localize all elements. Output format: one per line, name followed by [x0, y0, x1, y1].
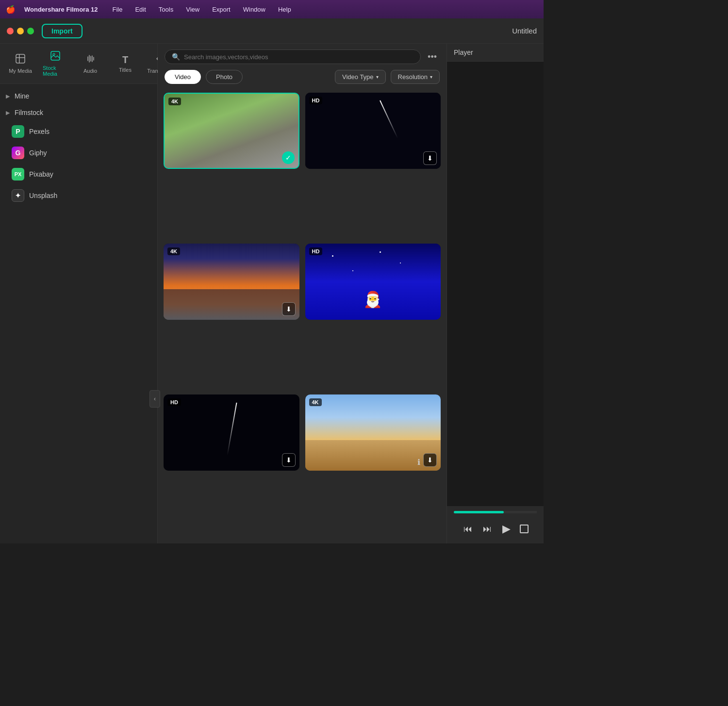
more-options-button[interactable]: •••: [425, 50, 440, 64]
menu-file[interactable]: File: [110, 5, 124, 14]
nav-my-media[interactable]: My Media: [3, 50, 38, 77]
player-rewind-button[interactable]: ⏮: [462, 523, 474, 536]
nav-audio[interactable]: Audio: [73, 50, 108, 77]
content-panel: 🔍 ••• Video Photo Video Type ▾ Resolutio…: [158, 44, 447, 543]
mine-label: Mine: [15, 92, 29, 100]
svg-rect-0: [16, 54, 25, 63]
selected-check-icon-1: ✓: [282, 151, 295, 164]
apple-logo: 🍎: [6, 5, 16, 14]
video-type-arrow-icon: ▾: [376, 74, 379, 80]
pixabay-icon: PX: [12, 168, 24, 181]
nav-toolbar: My Media Stock Media: [0, 44, 157, 84]
player-controls: ⏮ ⏭ ▶: [447, 517, 544, 543]
menu-bar: 🍎 Wondershare Filmora 12 File Edit Tools…: [0, 0, 544, 18]
title-bar: Import Untitled: [0, 18, 544, 44]
media-card-1[interactable]: 4K ✓: [164, 93, 299, 169]
resolution-dropdown[interactable]: Resolution ▾: [391, 70, 440, 84]
video-type-label: Video Type: [342, 73, 374, 81]
filmstock-label: Filmstock: [15, 109, 43, 116]
media-badge-5: HD: [167, 398, 181, 406]
media-card-4[interactable]: 🎅 HD: [305, 244, 441, 320]
my-media-icon: [15, 53, 26, 66]
download-button-5[interactable]: ⬇: [282, 453, 296, 467]
titles-label: Titles: [119, 67, 132, 73]
player-preview: [447, 62, 544, 506]
search-bar: 🔍 •••: [158, 44, 447, 68]
search-icon: 🔍: [172, 53, 180, 61]
download-button-6[interactable]: ⬇: [423, 453, 437, 467]
player-progress-fill: [454, 511, 504, 513]
sidebar-item-giphy[interactable]: G Giphy: [0, 142, 157, 164]
minimize-button[interactable]: [17, 28, 24, 34]
titles-icon: T: [122, 54, 128, 66]
resolution-arrow-icon: ▾: [430, 74, 432, 80]
traffic-lights: [7, 28, 34, 34]
media-badge-2: HD: [309, 97, 323, 104]
media-badge-1: 4K: [168, 98, 181, 105]
sidebar-item-filmstock[interactable]: ▶ Filmstock: [0, 104, 157, 121]
menu-edit[interactable]: Edit: [133, 5, 148, 14]
player-label: Player: [447, 44, 544, 62]
info-button-6[interactable]: ℹ: [417, 458, 420, 467]
stock-media-label: Stock Media: [43, 65, 68, 77]
menu-tools[interactable]: Tools: [157, 5, 175, 14]
filter-video-tab[interactable]: Video: [165, 70, 201, 84]
player-stop-button[interactable]: [520, 525, 529, 533]
media-badge-3: 4K: [167, 247, 180, 255]
import-button[interactable]: Import: [42, 24, 83, 38]
audio-label: Audio: [83, 68, 97, 74]
player-progress-bar[interactable]: [454, 511, 537, 513]
unsplash-label: Unsplash: [29, 192, 57, 199]
pexels-label: Pexels: [29, 128, 50, 135]
filter-photo-tab[interactable]: Photo: [206, 70, 243, 84]
app-name: Wondershare Filmora 12: [24, 6, 98, 13]
media-card-5[interactable]: HD ⬇: [164, 394, 299, 471]
sidebar-collapse-button[interactable]: ‹: [149, 390, 160, 408]
media-badge-4: HD: [309, 247, 323, 255]
player-step-back-button[interactable]: ⏭: [481, 523, 493, 536]
my-media-label: My Media: [9, 68, 32, 74]
nav-titles[interactable]: T Titles: [108, 51, 143, 76]
media-badge-6: 4K: [309, 398, 322, 406]
filter-bar: Video Photo Video Type ▾ Resolution ▾: [158, 68, 447, 89]
chevron-mine-icon: ▶: [6, 93, 10, 99]
svg-point-4: [53, 53, 55, 55]
video-type-dropdown[interactable]: Video Type ▾: [335, 70, 386, 84]
pexels-icon: P: [12, 125, 24, 138]
pixabay-label: Pixabay: [29, 170, 53, 178]
search-input-wrap: 🔍: [165, 49, 421, 64]
menu-help[interactable]: Help: [276, 5, 293, 14]
download-button-3[interactable]: ⬇: [282, 302, 296, 316]
download-button-2[interactable]: ⬇: [423, 151, 437, 165]
sidebar-item-pexels[interactable]: P Pexels: [0, 121, 157, 142]
menu-view[interactable]: View: [184, 5, 201, 14]
media-grid: 4K ✓ HD ⬇ 4K ⬇: [158, 89, 447, 543]
main-layout: My Media Stock Media: [0, 44, 544, 543]
close-button[interactable]: [7, 28, 14, 34]
search-input[interactable]: [184, 53, 414, 61]
nav-stock-media[interactable]: Stock Media: [38, 48, 73, 80]
left-panel: My Media Stock Media: [0, 44, 158, 543]
media-card-6[interactable]: 4K ⬇ ℹ: [305, 394, 441, 471]
giphy-icon: G: [12, 147, 24, 159]
window-title: Untitled: [512, 27, 537, 35]
menu-export[interactable]: Export: [210, 5, 232, 14]
svg-rect-1: [16, 57, 25, 58]
sidebar: ▶ Mine ▶ Filmstock P Pexels G Giphy PX P…: [0, 84, 157, 543]
giphy-label: Giphy: [29, 149, 47, 157]
sidebar-item-unsplash[interactable]: ✦ Unsplash: [0, 185, 157, 206]
player-play-button[interactable]: ▶: [501, 521, 512, 537]
menu-window[interactable]: Window: [241, 5, 267, 14]
sidebar-item-pixabay[interactable]: PX Pixabay: [0, 164, 157, 185]
unsplash-icon: ✦: [12, 189, 24, 202]
sidebar-item-mine[interactable]: ▶ Mine: [0, 88, 157, 104]
resolution-label: Resolution: [398, 73, 428, 81]
svg-rect-3: [51, 51, 60, 60]
media-card-3[interactable]: 4K ⬇: [164, 244, 299, 320]
stock-media-icon: [50, 50, 61, 64]
media-card-2[interactable]: HD ⬇: [305, 93, 441, 169]
player-panel: Player ⏮ ⏭ ▶: [447, 44, 544, 543]
chevron-filmstock-icon: ▶: [6, 110, 10, 116]
maximize-button[interactable]: [27, 28, 34, 34]
svg-rect-2: [19, 54, 20, 63]
